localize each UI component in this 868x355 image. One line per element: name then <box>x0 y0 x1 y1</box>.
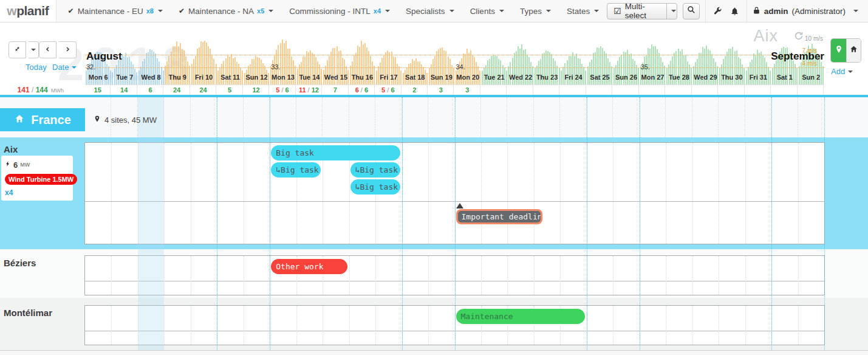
grid-line <box>349 306 350 345</box>
task-bar[interactable]: Maintenance <box>456 309 585 324</box>
nav-menu-types[interactable]: Types <box>512 0 559 22</box>
grid-line <box>270 143 270 244</box>
day-capacity: 12 <box>244 85 269 95</box>
nav-menu-clients[interactable]: Clients <box>462 0 512 22</box>
add-dropdown[interactable]: Add <box>831 67 853 76</box>
day-capacity: 11 / 12 <box>296 85 322 95</box>
wind-bar <box>538 61 539 84</box>
resize-caret[interactable] <box>29 41 39 58</box>
nav-menu-commissioning-intl[interactable]: Commissioning - INTLx4 <box>281 0 398 22</box>
schedule-grid-aix[interactable] <box>84 142 825 244</box>
day-label: Sat 11 <box>217 74 243 81</box>
grid-line <box>745 256 746 295</box>
wind-bar <box>793 61 794 84</box>
task-bar[interactable]: Big task <box>271 145 400 160</box>
task-bar[interactable]: ↳Big task <box>350 162 400 178</box>
caret-down-icon <box>594 10 599 12</box>
nav-menu-count: x8 <box>146 7 154 15</box>
wind-ref-line-4ms <box>85 67 824 68</box>
chevron-left-icon <box>44 44 52 55</box>
wind-ref-lower-label: 4 m/s <box>802 60 817 67</box>
map-button[interactable] <box>831 39 846 62</box>
grid-line <box>692 143 693 244</box>
lightning-icon <box>5 159 11 170</box>
nav-menu-count: x5 <box>257 7 264 15</box>
grid-line <box>428 256 429 295</box>
site-label-montelimar[interactable]: Montélimar <box>4 308 52 318</box>
grid-line <box>507 143 508 244</box>
grid-line <box>719 143 719 244</box>
day-capacity <box>507 85 533 95</box>
grid-line <box>640 143 640 244</box>
grid-line <box>244 143 244 244</box>
grid-line <box>323 306 323 345</box>
equipment-badge[interactable]: Wind Turbine 1.5MW <box>5 174 77 185</box>
today-link[interactable]: Today <box>26 63 47 72</box>
refresh-icon[interactable] <box>794 31 804 43</box>
station-title: Aix <box>753 27 778 46</box>
next-button[interactable] <box>59 41 77 58</box>
grid-line <box>587 256 587 295</box>
nav-menu-maintenance-na[interactable]: ✔Maintenance - NAx5 <box>171 0 281 22</box>
site-label-beziers[interactable]: Béziers <box>4 258 36 268</box>
home-icon <box>14 113 25 127</box>
grid-line <box>745 143 746 244</box>
nav-menu-specialists[interactable]: Specialists <box>398 0 462 22</box>
wrench-icon[interactable] <box>711 6 723 16</box>
top-navbar: wplanif ✔Maintenance - EUx8✔Maintenance … <box>0 0 868 22</box>
site-capacity: 6 <box>13 160 18 170</box>
user-menu[interactable]: admin (Administrator) <box>753 6 862 16</box>
week-number: 35. <box>641 63 650 71</box>
day-label: Fri 17 <box>375 74 402 81</box>
prev-button[interactable] <box>39 41 56 58</box>
home-view-button[interactable] <box>846 39 861 62</box>
site-label-aix[interactable]: Aix <box>4 144 18 154</box>
day-label: Wed 29 <box>692 74 719 81</box>
multi-select-button[interactable]: ☑ Multi-select <box>607 3 677 19</box>
multi-select-caret[interactable] <box>666 4 677 19</box>
day-capacity: 3 <box>428 85 454 95</box>
week-number: 34. <box>456 63 465 71</box>
grid-line <box>798 97 798 137</box>
grid-line <box>270 256 270 295</box>
group-header-france[interactable]: France <box>0 108 85 131</box>
search-button[interactable] <box>683 3 700 19</box>
navbar-divider <box>705 0 706 22</box>
check-icon: ✔ <box>179 7 185 15</box>
day-capacity: 24 <box>191 85 216 95</box>
wplanif-app: wplanif ✔Maintenance - EUx8✔Maintenance … <box>0 0 868 355</box>
date-dropdown[interactable]: Date <box>52 63 77 72</box>
day-label: Fri 10 <box>191 74 217 81</box>
nav-menu-states[interactable]: States <box>559 0 607 22</box>
grid-line <box>402 143 403 244</box>
caret-down-icon <box>848 71 853 73</box>
day-capacity: 5 / 6 <box>375 85 401 95</box>
day-capacity: 3 <box>455 85 480 95</box>
grid-line <box>191 256 191 295</box>
grid-line <box>666 143 666 244</box>
grid-line <box>507 97 507 137</box>
lock-icon <box>753 6 760 16</box>
day-label: Tue 28 <box>666 74 692 81</box>
bell-icon[interactable] <box>729 7 741 16</box>
nav-menu-maintenance-eu[interactable]: ✔Maintenance - EUx8 <box>60 0 171 22</box>
task-bar[interactable]: ↳Big task <box>271 162 321 178</box>
resize-button[interactable] <box>9 41 26 58</box>
caret-down-icon <box>31 49 36 51</box>
day-label: Sun 12 <box>244 74 270 81</box>
task-bar[interactable]: Important deadline <box>456 209 543 224</box>
day-capacity <box>719 85 744 95</box>
app-logo[interactable]: wplanif <box>0 0 56 22</box>
wind-bar <box>687 61 688 84</box>
schedule-grid-beziers[interactable] <box>84 255 825 295</box>
wind-ref-upper-label: 7 m/s <box>802 47 817 54</box>
grid-line <box>111 143 112 244</box>
caret-down-icon <box>499 10 504 12</box>
task-bar[interactable]: Other work <box>271 259 347 274</box>
grid-line <box>612 97 613 137</box>
grid-line <box>243 97 244 137</box>
task-bar[interactable]: ↳Big task <box>350 179 400 195</box>
schedule-grid-montelimar[interactable] <box>84 305 825 345</box>
day-capacity <box>613 85 638 95</box>
energy-produced: 141 <box>18 86 30 94</box>
